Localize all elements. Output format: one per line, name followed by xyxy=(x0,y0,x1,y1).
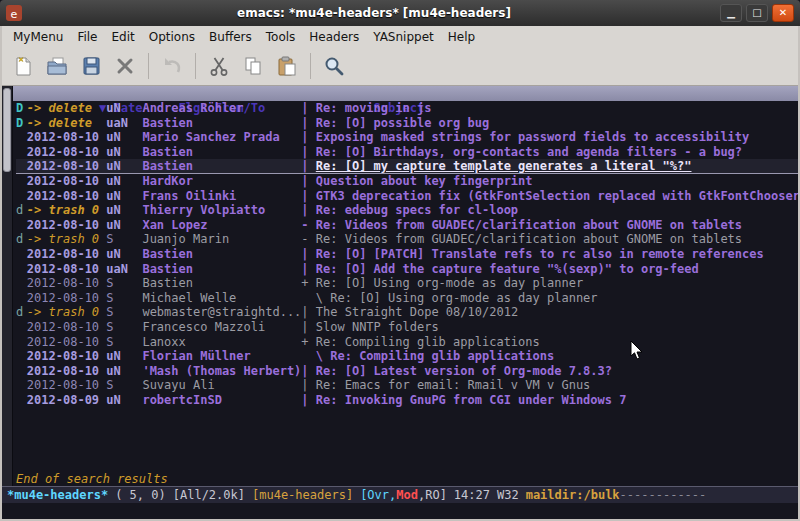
modeline-status-ro: ,RO] xyxy=(418,488,447,502)
minimize-button[interactable]: ▁ xyxy=(720,4,742,22)
subject-cell: Re: Compiling glib applications xyxy=(330,349,554,363)
date-cell: 2012-08-10 xyxy=(27,130,106,145)
from-cell: webmaster@straightd... xyxy=(142,305,301,320)
thread-separator: | xyxy=(301,247,315,261)
mark-cell xyxy=(16,174,27,189)
cut-icon[interactable] xyxy=(203,51,235,81)
close-icon[interactable] xyxy=(109,51,141,81)
message-row[interactable]: 2012-08-10SSuvayu Ali| Re: Emacs for ema… xyxy=(16,378,798,393)
from-cell: Mario Sanchez Prada xyxy=(142,130,301,145)
scrollbar[interactable] xyxy=(2,86,13,486)
mark-cell xyxy=(16,378,27,393)
modeline-major-mode: [mu4e-headers] xyxy=(252,488,353,502)
subject-cell: Re: [O] my capture template generates a … xyxy=(316,159,692,173)
message-row[interactable]: 2012-08-10uNHardKor| Question about key … xyxy=(16,174,798,189)
flags-cell: uaN xyxy=(106,262,142,277)
message-row[interactable]: 2012-08-10uNBastien| Re: [O] [PATCH] Tra… xyxy=(16,247,798,262)
copy-icon[interactable] xyxy=(237,51,269,81)
message-row[interactable]: 2012-08-10SLanoxx+ Re: Compiling glib ap… xyxy=(16,335,798,350)
from-cell: Michael Welle xyxy=(142,291,301,306)
message-row[interactable]: 2012-08-10uNBastien| Re: [O] my capture … xyxy=(16,159,798,174)
open-file-icon[interactable] xyxy=(41,51,73,81)
date-cell: 2012-08-10 xyxy=(27,262,106,277)
modeline-size: [All/2.0k] xyxy=(173,488,245,502)
flags-cell: S xyxy=(106,276,142,291)
message-row[interactable]: d-> trash 0uNThierry Volpiatto| Re: edeb… xyxy=(16,203,798,218)
thread-separator: \ xyxy=(301,291,330,305)
subject-cell: Re: Invoking GnuPG from CGI under Window… xyxy=(316,393,627,407)
modeline-window-id: W32 xyxy=(497,488,519,502)
menu-item-tools[interactable]: Tools xyxy=(259,28,303,46)
subject-cell: Re: [O] Birthdays, org-contacts and agen… xyxy=(316,145,742,159)
mark-cell xyxy=(16,145,27,160)
maximize-button[interactable]: □ xyxy=(746,4,768,22)
thread-separator: | xyxy=(301,320,315,334)
mark-cell xyxy=(16,349,27,364)
thread-separator: \ xyxy=(301,349,330,363)
modeline-folder: maildir:/bulk xyxy=(526,488,620,502)
modeline-status-ovr: [Ovr, xyxy=(360,488,396,502)
from-cell: HardKor xyxy=(142,174,301,189)
mark-cell xyxy=(16,335,27,350)
message-row[interactable]: 2012-08-10SFrancesco Mazzoli| Slow NNTP … xyxy=(16,320,798,335)
date-cell: 2012-08-10 xyxy=(27,174,106,189)
menu-item-buffers[interactable]: Buffers xyxy=(202,28,259,46)
message-row[interactable]: 2012-08-10uaNBastien| Re: [O] Add the ca… xyxy=(16,262,798,277)
message-row[interactable]: d-> trash 0Swebmaster@straightd...| The … xyxy=(16,305,798,320)
menu-item-file[interactable]: File xyxy=(70,28,104,46)
message-row[interactable]: 2012-08-10uNFlorian Müllner \ Re: Compil… xyxy=(16,349,798,364)
new-file-icon[interactable] xyxy=(7,51,39,81)
date-cell: -> trash 0 xyxy=(27,305,106,320)
date-cell: 2012-08-10 xyxy=(27,189,106,204)
from-cell: Juanjo Marin xyxy=(142,232,301,247)
paste-icon[interactable] xyxy=(271,51,303,81)
subject-cell: GTK3 deprecation fix (GtkFontSelection r… xyxy=(316,189,798,203)
mark-cell xyxy=(16,320,27,335)
window-title: emacs: *mu4e-headers* [mu4e-headers] xyxy=(28,6,720,20)
menu-item-help[interactable]: Help xyxy=(441,28,482,46)
echo-area[interactable] xyxy=(2,503,798,519)
message-row[interactable]: 2012-08-10SBastien+ Re: [O] Using org-mo… xyxy=(16,276,798,291)
message-row[interactable]: 2012-08-10SMichael Welle \ Re: [O] Using… xyxy=(16,291,798,306)
menu-item-options[interactable]: Options xyxy=(142,28,202,46)
from-cell: Thierry Volpiatto xyxy=(142,203,301,218)
message-row[interactable]: 2012-08-10uNBastien| Re: [O] Birthdays, … xyxy=(16,145,798,160)
thread-separator: | xyxy=(301,145,315,159)
flags-cell: S xyxy=(106,291,142,306)
date-cell: 2012-08-10 xyxy=(27,349,106,364)
menu-item-mymenu[interactable]: MyMenu xyxy=(6,28,70,46)
message-row[interactable]: 2012-08-10uNXan Lopez- Re: Videos from G… xyxy=(16,218,798,233)
from-cell: Suvayu Ali xyxy=(142,378,301,393)
scrollbar-thumb[interactable] xyxy=(3,88,11,172)
date-cell: 2012-08-10 xyxy=(27,159,106,174)
message-row[interactable]: D-> deleteuaNBastien| Re: [O] possible o… xyxy=(16,116,798,131)
message-row[interactable]: 2012-08-10uNMario Sanchez Prada| Exposin… xyxy=(16,130,798,145)
from-cell: Lanoxx xyxy=(142,335,301,350)
search-icon[interactable] xyxy=(318,51,350,81)
mark-cell xyxy=(16,218,27,233)
mark-cell: d xyxy=(16,305,27,320)
thread-separator: | xyxy=(301,364,315,378)
from-cell: Bastien xyxy=(142,145,301,160)
subject-cell: Re: moving in js xyxy=(316,101,432,115)
toolbar-separator xyxy=(148,53,149,79)
undo-icon[interactable] xyxy=(156,51,188,81)
subject-cell: Re: Videos from GUADEC/clarification abo… xyxy=(316,218,742,232)
menu-item-yasnippet[interactable]: YASnippet xyxy=(366,28,441,46)
date-cell: -> trash 0 xyxy=(27,203,106,218)
message-row[interactable]: d-> trash 0SJuanjo Marin- Re: Videos fro… xyxy=(16,232,798,247)
menu-item-edit[interactable]: Edit xyxy=(105,28,142,46)
date-cell: 2012-08-10 xyxy=(27,145,106,160)
emacs-window-icon: e xyxy=(6,5,22,21)
flags-cell: S xyxy=(106,320,142,335)
date-cell: 2012-08-10 xyxy=(27,335,106,350)
menu-item-headers[interactable]: Headers xyxy=(302,28,366,46)
message-row[interactable]: D-> deleteuNAndreas Röhler| Re: moving i… xyxy=(16,101,798,116)
close-button[interactable]: ✕ xyxy=(772,4,794,22)
mark-cell xyxy=(16,262,27,277)
message-row[interactable]: 2012-08-09uNrobertcInSD| Re: Invoking Gn… xyxy=(16,393,798,408)
from-cell: Xan Lopez xyxy=(142,218,301,233)
message-row[interactable]: 2012-08-10uNFrans Oilinki| GTK3 deprecat… xyxy=(16,189,798,204)
save-icon[interactable] xyxy=(75,51,107,81)
message-row[interactable]: 2012-08-10uN'Mash (Thomas Herbert)| Re: … xyxy=(16,364,798,379)
